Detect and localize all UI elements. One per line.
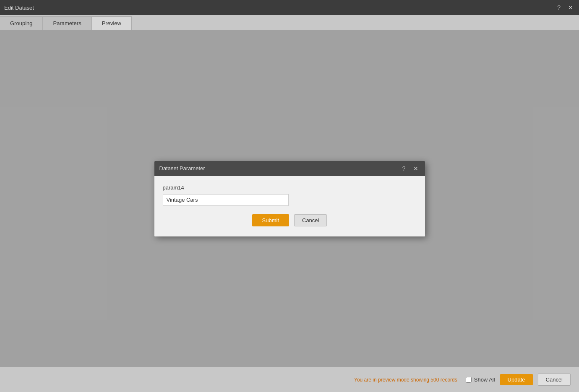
param-label: param14 bbox=[163, 184, 417, 191]
main-cancel-button[interactable]: Cancel bbox=[538, 374, 571, 386]
tab-bar: Grouping Parameters Preview bbox=[0, 15, 579, 30]
dialog-footer: Submit Cancel bbox=[163, 214, 417, 226]
dialog-close-button[interactable]: ✕ bbox=[412, 165, 420, 172]
title-bar: Edit Dataset ? ✕ bbox=[0, 0, 579, 15]
dialog-cancel-button[interactable]: Cancel bbox=[294, 214, 327, 226]
dialog-title: Dataset Parameter bbox=[159, 165, 205, 171]
dialog-help-button[interactable]: ? bbox=[401, 165, 407, 172]
show-all-checkbox[interactable] bbox=[466, 377, 472, 383]
window-title: Edit Dataset bbox=[4, 5, 34, 11]
window-help-button[interactable]: ? bbox=[556, 4, 562, 11]
title-bar-controls: ? ✕ bbox=[556, 4, 575, 11]
show-all-label: Show All bbox=[474, 376, 495, 383]
dialog-overlay: Dataset Parameter ? ✕ param14 Submit Can… bbox=[0, 30, 579, 367]
main-window: Edit Dataset ? ✕ Grouping Parameters Pre… bbox=[0, 0, 579, 392]
dialog-title-bar: Dataset Parameter ? ✕ bbox=[154, 161, 425, 176]
dialog-body: param14 Submit Cancel bbox=[154, 176, 425, 236]
tab-preview[interactable]: Preview bbox=[92, 16, 132, 30]
show-all-wrapper: Show All bbox=[466, 376, 495, 383]
preview-note: You are in preview mode showing 500 reco… bbox=[354, 377, 457, 383]
submit-button[interactable]: Submit bbox=[252, 214, 289, 226]
update-button[interactable]: Update bbox=[500, 374, 533, 385]
tab-grouping[interactable]: Grouping bbox=[0, 16, 43, 30]
param-input[interactable] bbox=[163, 194, 289, 206]
bottom-bar: You are in preview mode showing 500 reco… bbox=[0, 367, 579, 392]
content-area: Dataset Parameter ? ✕ param14 Submit Can… bbox=[0, 30, 579, 367]
window-close-button[interactable]: ✕ bbox=[566, 4, 575, 11]
dataset-parameter-dialog: Dataset Parameter ? ✕ param14 Submit Can… bbox=[154, 161, 425, 236]
dialog-controls: ? ✕ bbox=[401, 165, 420, 172]
tab-parameters[interactable]: Parameters bbox=[43, 16, 91, 30]
